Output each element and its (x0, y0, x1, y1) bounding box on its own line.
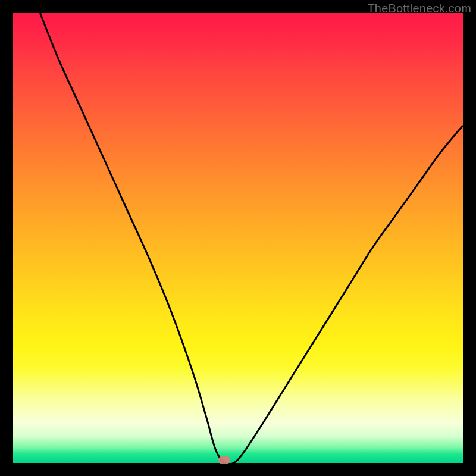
chart-frame: TheBottleneck.com (0, 0, 476, 476)
optimal-point-marker (218, 456, 230, 464)
bottleneck-curve (13, 13, 463, 463)
curve-path (40, 13, 463, 463)
watermark-text: TheBottleneck.com (367, 2, 471, 15)
plot-area (13, 13, 463, 463)
